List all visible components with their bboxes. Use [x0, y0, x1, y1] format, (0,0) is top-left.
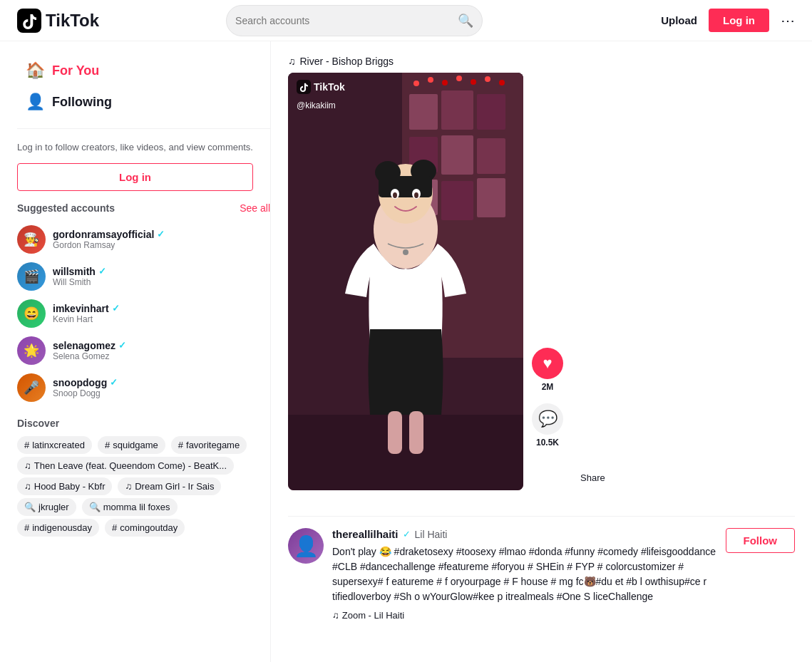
avatar-gordon: 👨‍🍳 — [17, 225, 46, 254]
suggested-accounts-header: Suggested accounts See all — [17, 202, 270, 214]
video-username-overlay: @kikakiim — [297, 98, 336, 111]
account-item-gordon[interactable]: 👨‍🍳 gordonramsayofficial ✓ Gordon Ramsay — [17, 221, 270, 258]
tag-label: indigenousday — [32, 522, 92, 533]
current-song: ♫ River - Bishop Briggs — [288, 56, 795, 67]
video-section: TikTok @kikakiim ♥ 2M 💬 10.5K — [288, 73, 795, 493]
music-tag-3[interactable]: ♫ Dream Girl - Ir Sais — [118, 477, 221, 495]
see-all-button[interactable]: See all — [240, 202, 270, 214]
search-icon: 🔍 — [458, 13, 473, 29]
music-tag-label: Then Leave (feat. Queendom Come) - BeatK… — [34, 460, 227, 471]
video-actions: ♥ 2M 💬 10.5K — [532, 348, 563, 448]
sidebar-login-button[interactable]: Log in — [17, 163, 253, 191]
svg-point-31 — [403, 249, 408, 255]
account-item-selena[interactable]: 🌟 selenagomez ✓ Selena Gomez — [17, 332, 270, 369]
svg-rect-17 — [441, 181, 473, 220]
song-title: River - Bishop Briggs — [300, 56, 394, 67]
sidebar-item-following[interactable]: 👤 Following — [17, 87, 270, 117]
tag-momma[interactable]: 🔍 momma lil foxes — [82, 498, 178, 516]
following-label: Following — [52, 95, 112, 110]
sidebar: 🏠 For You 👤 Following Log in to follow c… — [0, 41, 271, 646]
post-content: thereallilhaiti ✓ Lil Haiti Don't play 😂… — [332, 528, 717, 621]
music-tag-2[interactable]: ♫ Hood Baby - Kbfr — [17, 477, 112, 495]
music-tag-label: Hood Baby - Kbfr — [34, 481, 106, 492]
post-avatar[interactable]: 👤 — [288, 528, 324, 564]
post-realname: Lil Haiti — [415, 529, 448, 540]
hash-icon: # — [24, 522, 29, 533]
account-info-selena: selenagomez ✓ Selena Gomez — [53, 340, 126, 361]
svg-rect-18 — [477, 178, 505, 217]
account-info-will: willsmith ✓ Will Smith — [53, 266, 106, 287]
for-you-label: For You — [52, 63, 99, 78]
avatar-snoop: 🎤 — [17, 373, 46, 402]
tag-jkrugler[interactable]: 🔍 jkrugler — [17, 498, 76, 516]
svg-rect-26 — [379, 176, 432, 197]
tag-label: momma lil foxes — [103, 502, 170, 512]
account-item-kevin[interactable]: 😄 imkevinhart ✓ Kevin Hart — [17, 295, 270, 332]
video-overlay: TikTok — [288, 80, 523, 94]
post-header: thereallilhaiti ✓ Lil Haiti — [332, 528, 717, 540]
search-bar[interactable]: 🔍 — [226, 5, 483, 36]
tag-label: comingoutday — [120, 522, 178, 533]
follow-button[interactable]: Follow — [726, 528, 796, 553]
username-snoop: snoopdogg ✓ — [53, 377, 118, 388]
svg-rect-14 — [441, 135, 473, 175]
like-button[interactable]: ♥ 2M — [532, 348, 563, 392]
hash-icon: # — [24, 440, 29, 450]
tag-favoritegame[interactable]: # favoritegame — [171, 436, 247, 454]
post-song: Zoom - Lil Haiti — [342, 610, 404, 621]
music-tag-label: Dream Girl - Ir Sais — [135, 481, 214, 492]
search-small-icon: 🔍 — [89, 502, 101, 512]
svg-rect-19 — [288, 415, 523, 490]
video-frame[interactable]: TikTok @kikakiim — [288, 73, 523, 490]
logo-text: TikTok — [46, 11, 99, 31]
more-options-icon[interactable]: ⋯ — [781, 12, 795, 29]
tiktok-small-icon — [297, 80, 311, 94]
tiktok-logo-icon — [17, 9, 41, 33]
logo-area: TikTok — [17, 9, 131, 33]
music-note-icon: ♫ — [288, 56, 296, 67]
music-tag-1[interactable]: ♫ Then Leave (feat. Queendom Come) - Bea… — [17, 457, 234, 475]
tag-indigenous[interactable]: # indigenousday — [17, 519, 99, 537]
search-small-icon: 🔍 — [24, 502, 36, 512]
comment-button[interactable]: 💬 10.5K — [532, 403, 563, 448]
post-card: 👤 thereallilhaiti ✓ Lil Haiti Don't play… — [288, 516, 795, 632]
realname-will: Will Smith — [53, 277, 106, 287]
more-tags-row: 🔍 jkrugler 🔍 momma lil foxes — [17, 498, 270, 516]
search-input[interactable] — [235, 15, 458, 26]
verified-icon-selena: ✓ — [118, 340, 126, 351]
post-verified-icon: ✓ — [403, 529, 411, 539]
account-item-will[interactable]: 🎬 willsmith ✓ Will Smith — [17, 258, 270, 295]
header: TikTok 🔍 Upload Log in ⋯ — [0, 0, 812, 41]
sidebar-item-for-you[interactable]: 🏠 For You — [17, 56, 270, 86]
discover-tags-row: # latinxcreated # squidgame # favoritega… — [17, 436, 270, 454]
more-tags-row-2: # indigenousday # comingoutday — [17, 519, 270, 537]
login-prompt-text: Log in to follow creators, like videos, … — [17, 140, 270, 155]
following-icon: 👤 — [26, 93, 45, 111]
svg-rect-12 — [477, 94, 505, 130]
video-bg-svg — [288, 73, 523, 490]
tag-latinxcreated[interactable]: # latinxcreated — [17, 436, 92, 454]
music-note-icon: ♫ — [24, 481, 31, 492]
tag-label: jkrugler — [38, 502, 69, 512]
home-icon: 🏠 — [26, 61, 45, 80]
sidebar-nav: 🏠 For You 👤 Following — [17, 56, 270, 117]
account-info-kevin: imkevinhart ✓ Kevin Hart — [53, 303, 120, 324]
tag-comingout[interactable]: # comingoutday — [105, 519, 185, 537]
share-link[interactable]: Share — [580, 472, 605, 483]
svg-rect-15 — [477, 138, 505, 174]
verified-icon-gordon: ✓ — [157, 229, 165, 239]
hash-icon: # — [178, 440, 183, 450]
svg-rect-0 — [17, 9, 41, 33]
realname-selena: Selena Gomez — [53, 351, 126, 361]
page-body: 🏠 For You 👤 Following Log in to follow c… — [0, 0, 812, 646]
tag-squidgame[interactable]: # squidgame — [98, 436, 165, 454]
account-item-snoop[interactable]: 🎤 snoopdogg ✓ Snoop Dogg — [17, 369, 270, 406]
video-tiktok-text: TikTok — [314, 81, 345, 93]
post-username[interactable]: thereallilhaiti — [332, 528, 399, 540]
upload-button[interactable]: Upload — [661, 14, 697, 26]
music-tags-row: ♫ Then Leave (feat. Queendom Come) - Bea… — [17, 457, 270, 475]
music-note-icon: ♫ — [24, 460, 31, 471]
post-description: Don't play 😂 #draketosexy #toosexy #lmao… — [332, 544, 717, 604]
login-button[interactable]: Log in — [709, 9, 769, 32]
realname-gordon: Gordon Ramsay — [53, 240, 165, 250]
